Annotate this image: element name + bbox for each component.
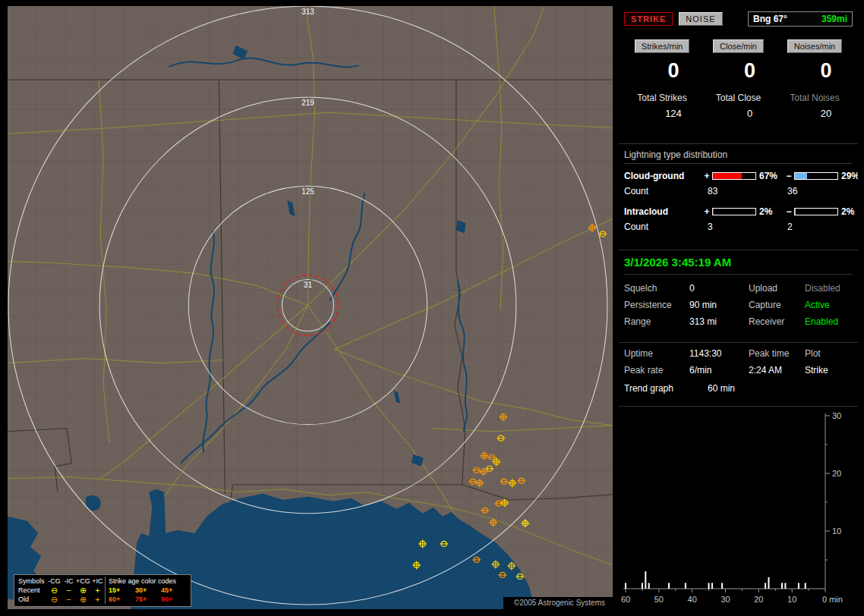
cloud-ground-negative-pct: 29%: [838, 171, 858, 181]
svg-text:50: 50: [654, 595, 664, 604]
peak-time-value: 2:24 AM: [749, 365, 805, 376]
uptime-value: 1143:30: [689, 348, 749, 359]
plot-value: Strike: [805, 365, 853, 376]
bearing-range-value: 359mi: [821, 14, 847, 24]
svg-text:40: 40: [688, 595, 697, 604]
svg-text:31: 31: [304, 281, 313, 289]
legend-col-pos-ic: +IC: [90, 577, 105, 586]
neg-ic-old-icon: −: [61, 596, 76, 604]
bearing-label: Bng 67°: [753, 14, 787, 24]
total-close-label: Total Close: [701, 93, 777, 103]
intracloud-negative-pct: 2%: [838, 206, 854, 217]
noises-per-min-counter: Noises/min 0 Total Noises 20: [777, 39, 853, 119]
svg-text:60: 60: [621, 595, 630, 604]
intracloud-row: Intracloud + 2% − 2%: [624, 206, 853, 217]
total-strikes-value: 124: [635, 108, 711, 119]
cloud-ground-positive-bar: [712, 172, 756, 180]
squelch-label: Squelch: [624, 283, 689, 294]
svg-text:125: 125: [301, 187, 314, 196]
pos-ic-recent-icon: +: [90, 586, 105, 595]
distribution-title: Lightning type distribution: [624, 149, 853, 164]
legend-col-neg-cg: -CG: [47, 577, 61, 586]
nexstorm-window: { "panel": { "strike_button": "STRIKE", …: [0, 0, 864, 616]
age-code-75: 75+: [135, 595, 161, 604]
cloud-ground-negative-count: 36: [784, 186, 838, 196]
cloud-ground-label: Cloud-ground: [624, 171, 702, 181]
lightning-distribution-section: Lightning type distribution Cloud-ground…: [619, 144, 858, 250]
pos-cg-recent-icon: ⊕: [76, 586, 90, 595]
intracloud-positive-count: 3: [702, 222, 756, 232]
intracloud-positive-bar: [712, 208, 756, 215]
upload-status: Disabled: [805, 283, 853, 294]
plot-label: Plot: [805, 348, 853, 359]
capture-status: Active: [805, 300, 853, 310]
legend-old-label: Old: [18, 595, 47, 604]
svg-text:10: 10: [832, 526, 841, 536]
peak-time-label: Peak time: [749, 348, 805, 359]
neg-cg-recent-icon: ⊖: [47, 586, 61, 595]
age-code-90: 90+: [161, 595, 187, 604]
cloud-ground-positive-count: 83: [702, 186, 756, 196]
count-label: Count: [624, 222, 702, 232]
cloud-ground-count-row: Count 83 36: [624, 186, 853, 196]
total-close-value: 0: [712, 108, 788, 119]
neg-cg-old-icon: ⊖: [47, 596, 61, 604]
trend-window-value: 60 min: [702, 383, 853, 394]
strikes-per-min-label: Strikes/min: [635, 39, 689, 53]
map-legend: Symbols -CG -IC +CG +IC Strike age color…: [14, 574, 191, 607]
legend-recent-label: Recent: [18, 586, 47, 595]
noise-button[interactable]: NOISE: [679, 12, 722, 26]
minus-sign: −: [784, 171, 794, 181]
time-settings-section: 3/1/2026 3:45:19 AM Squelch 0 Upload Dis…: [619, 250, 858, 343]
squelch-value: 0: [689, 283, 749, 294]
neg-ic-recent-icon: −: [61, 586, 76, 595]
age-code-60: 60+: [105, 595, 135, 604]
svg-text:20: 20: [754, 595, 763, 604]
trend-graph: 3020106050403020100 min: [620, 410, 858, 608]
total-noises-value: 20: [788, 108, 858, 119]
close-per-min-counter: Close/min 0 Total Close 0: [701, 39, 777, 119]
svg-text:219: 219: [301, 99, 314, 107]
cloud-ground-positive-pct: 67%: [756, 171, 784, 181]
strikes-per-min-value: 0: [635, 61, 711, 81]
counters-section: STRIKE NOISE Bng 67° 359mi Strikes/min 0…: [619, 6, 858, 144]
peak-rate-label: Peak rate: [624, 365, 689, 376]
close-per-min-value: 0: [712, 61, 788, 81]
svg-text:30: 30: [832, 411, 841, 420]
intracloud-negative-bar: [794, 208, 838, 215]
upload-label: Upload: [749, 283, 805, 294]
intracloud-label: Intracloud: [624, 206, 702, 217]
map-canvas: 31321912531: [8, 6, 613, 609]
svg-text:20: 20: [832, 469, 841, 478]
cloud-ground-negative-bar: [794, 172, 838, 180]
svg-text:30: 30: [721, 595, 730, 604]
intracloud-count-row: Count 3 2: [624, 222, 853, 232]
svg-text:313: 313: [301, 8, 314, 16]
noises-per-min-value: 0: [788, 61, 858, 81]
trend-graph-label: Trend graph: [624, 383, 702, 394]
trend-graph-section: 3020106050403020100 min: [619, 407, 858, 610]
peak-rate-value: 6/min: [689, 365, 749, 376]
svg-text:10: 10: [787, 595, 796, 604]
plus-sign: +: [702, 206, 712, 217]
intracloud-positive-pct: 2%: [756, 206, 784, 217]
status-panel: STRIKE NOISE Bng 67° 359mi Strikes/min 0…: [619, 6, 858, 610]
strikes-per-min-counter: Strikes/min 0 Total Strikes 124: [624, 39, 700, 119]
current-datetime: 3/1/2026 3:45:19 AM: [624, 256, 853, 275]
capture-label: Capture: [749, 300, 805, 310]
close-per-min-label: Close/min: [713, 39, 764, 53]
stats-section: Uptime 1143:30 Peak time Plot Peak rate …: [619, 343, 858, 407]
svg-text:0 min: 0 min: [822, 595, 843, 604]
persistence-label: Persistence: [624, 300, 689, 310]
cloud-ground-row: Cloud-ground + 67% − 29%: [624, 171, 853, 181]
receiver-status: Enabled: [805, 316, 853, 327]
minus-sign: −: [784, 206, 794, 217]
pos-cg-old-icon: ⊕: [76, 596, 90, 604]
receiver-label: Receiver: [749, 316, 805, 327]
intracloud-negative-count: 2: [784, 222, 838, 232]
bearing-range-box: Bng 67° 359mi: [748, 11, 853, 27]
lightning-map[interactable]: 31321912531 Symbols -CG -IC +CG +IC Stri…: [8, 6, 613, 609]
legend-symbols-title: Symbols: [18, 577, 47, 586]
pos-ic-old-icon: +: [90, 596, 105, 604]
strike-button[interactable]: STRIKE: [624, 12, 673, 26]
